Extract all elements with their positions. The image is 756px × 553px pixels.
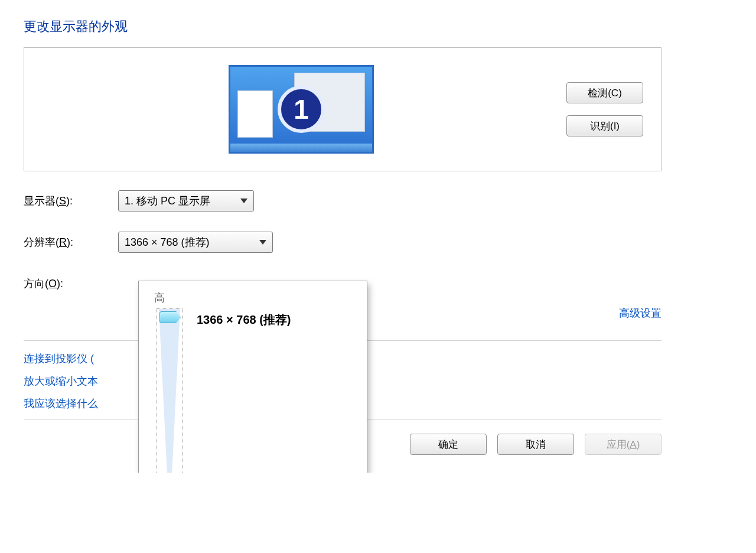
display-combo-value: 1. 移动 PC 显示屏 bbox=[125, 194, 210, 208]
resolution-combo-value: 1366 × 768 (推荐) bbox=[125, 235, 210, 249]
resolution-label: 分辨率(R): bbox=[24, 235, 118, 249]
slider-option-top[interactable]: 1366 × 768 (推荐) bbox=[197, 312, 291, 328]
resolution-slider-popup: 高 1366 × 768 (推荐) 800 × 600 低 bbox=[138, 281, 367, 473]
ok-button[interactable]: 确定 bbox=[410, 434, 487, 455]
identify-button[interactable]: 识别(I) bbox=[566, 115, 643, 136]
display-label: 显示器(S): bbox=[24, 194, 118, 208]
chevron-down-icon bbox=[259, 240, 266, 245]
projector-link[interactable]: 连接到投影仪 ( bbox=[24, 352, 94, 366]
detect-button[interactable]: 检测(C) bbox=[566, 82, 643, 103]
chevron-down-icon bbox=[240, 199, 247, 203]
monitor-thumbnail[interactable]: 1 bbox=[229, 65, 374, 154]
page-title: 更改显示器的外观 bbox=[24, 18, 732, 35]
advanced-settings-link[interactable]: 高级设置 bbox=[619, 306, 662, 320]
resolution-combo[interactable]: 1366 × 768 (推荐) bbox=[118, 232, 273, 253]
slider-high-label: 高 bbox=[154, 291, 355, 305]
monitor-number-badge: 1 bbox=[278, 86, 325, 133]
text-size-link[interactable]: 放大或缩小文本 bbox=[24, 374, 98, 388]
which-settings-link[interactable]: 我应该选择什么 bbox=[24, 396, 98, 411]
cancel-button[interactable]: 取消 bbox=[497, 434, 574, 455]
orientation-label: 方向(O): bbox=[24, 276, 118, 291]
display-combo[interactable]: 1. 移动 PC 显示屏 bbox=[118, 190, 254, 212]
apply-button: 应用(A) bbox=[585, 434, 662, 455]
resolution-slider-track[interactable] bbox=[157, 308, 183, 473]
monitor-selection-area: 1 检测(C) 识别(I) bbox=[24, 47, 662, 171]
